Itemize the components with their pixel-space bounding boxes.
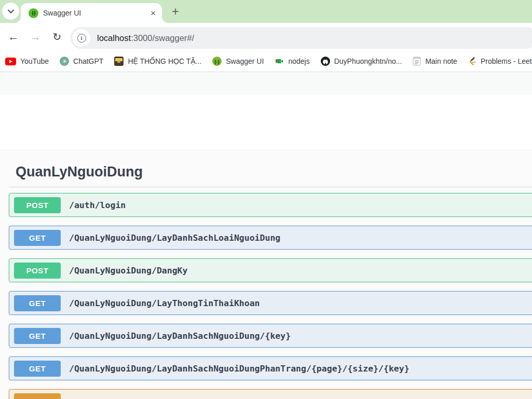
- bookmark-label: Main note: [425, 57, 457, 65]
- endpoint-row[interactable]: GET /QuanLyNguoiDung/LayDanhSachNguoiDun…: [9, 356, 532, 380]
- swagger-icon: {-}: [212, 57, 222, 66]
- endpoint-path: /QuanLyNguoiDung/LayThongTinThaiKhoan: [69, 298, 260, 308]
- url-text: localhost:3000/swagger#/: [97, 33, 194, 43]
- tab-corner: [15, 17, 21, 23]
- bookmark-main-note[interactable]: Main note: [413, 57, 457, 66]
- bookmark-learning-site[interactable]: HỆ THỐNG HỌC TẬ...: [114, 57, 201, 66]
- method-badge: GET: [14, 295, 61, 311]
- chevron-down-icon: [8, 9, 14, 13]
- endpoint-path: /auth/login: [69, 200, 126, 210]
- leetcode-icon: [468, 57, 476, 66]
- svg-text:{-}: {-}: [214, 59, 220, 64]
- bookmark-label: nodejs: [288, 57, 309, 65]
- endpoint-list: POST /auth/login GET /QuanLyNguoiDung/La…: [9, 193, 532, 399]
- bookmarks-bar: YouTube ✳ ChatGPT HỆ THỐNG HỌC TẬ... {-}…: [0, 51, 532, 72]
- reload-button[interactable]: ↻: [48, 23, 66, 51]
- tab-title: Swagger UI: [43, 9, 151, 17]
- method-badge: POST: [14, 263, 61, 279]
- endpoint-row[interactable]: GET /QuanLyNguoiDung/LayDanhSachNguoiDun…: [9, 324, 532, 348]
- bookmark-label: HỆ THỐNG HỌC TẬ...: [128, 57, 201, 65]
- swagger-favicon-icon: (-): [29, 8, 38, 18]
- section-title: QuanLyNguoiDung: [16, 164, 532, 180]
- bookmark-label: YouTube: [20, 57, 49, 65]
- browser-tab-swagger-ui[interactable]: (-) Swagger UI ×: [21, 3, 162, 23]
- endpoint-path: /QuanLyNguoiDung/LayDanhSachLoaiNguoiDun…: [69, 233, 280, 243]
- bookmark-swagger-ui[interactable]: {-} Swagger UI: [212, 57, 264, 66]
- endpoint-path: /QuanLyNguoiDung/LayDanhSachNguoiDung/{k…: [69, 331, 291, 341]
- tab-strip: (-) Swagger UI × +: [0, 0, 532, 23]
- bookmark-youtube[interactable]: YouTube: [5, 57, 49, 65]
- address-bar[interactable]: i localhost:3000/swagger#/: [70, 27, 532, 49]
- method-badge: POST: [14, 197, 61, 213]
- google-meet-icon: [275, 57, 284, 66]
- learning-site-icon: [114, 57, 124, 66]
- url-path: :3000/swagger#/: [131, 33, 194, 43]
- browser-toolbar: ← → ↻ i localhost:3000/swagger#/: [0, 23, 532, 51]
- endpoint-path: /QuanLyNguoiDung/LayDanhSachNguoiDungPha…: [69, 364, 410, 374]
- info-icon: i: [77, 34, 86, 43]
- endpoint-row[interactable]: [9, 389, 532, 399]
- forward-button[interactable]: →: [26, 23, 45, 51]
- svg-text:✳: ✳: [62, 58, 66, 64]
- endpoint-row[interactable]: GET /QuanLyNguoiDung/LayDanhSachLoaiNguo…: [9, 226, 532, 250]
- endpoint-row[interactable]: POST /auth/login: [9, 193, 532, 217]
- chatgpt-icon: ✳: [60, 57, 69, 66]
- method-badge: GET: [14, 328, 61, 344]
- endpoint-path: /QuanLyNguoiDung/DangKy: [69, 266, 187, 276]
- section-divider: [9, 187, 532, 187]
- tab-corner: [162, 17, 168, 23]
- bookmark-label: DuyPhuongkhtn/no...: [334, 57, 402, 65]
- youtube-icon: [5, 58, 16, 65]
- github-icon: [321, 57, 330, 66]
- note-icon: [413, 57, 421, 66]
- page-top-band: [0, 72, 532, 95]
- url-host: localhost: [97, 33, 131, 43]
- bookmark-github-repo[interactable]: DuyPhuongkhtn/no...: [321, 57, 402, 66]
- bookmark-nodejs[interactable]: nodejs: [275, 57, 309, 66]
- method-badge: GET: [14, 361, 61, 377]
- endpoint-row[interactable]: GET /QuanLyNguoiDung/LayThongTinThaiKhoa…: [9, 291, 532, 315]
- back-button[interactable]: ←: [4, 23, 23, 51]
- endpoint-row[interactable]: POST /QuanLyNguoiDung/DangKy: [9, 258, 532, 282]
- bookmark-leetcode[interactable]: Problems - Leet: [468, 57, 532, 66]
- site-info-button[interactable]: i: [73, 29, 90, 47]
- new-tab-button[interactable]: +: [168, 4, 183, 19]
- tab-close-icon[interactable]: ×: [151, 9, 156, 18]
- swagger-section: QuanLyNguoiDung POST /auth/login GET /Qu…: [0, 150, 532, 399]
- bookmark-label: Swagger UI: [226, 57, 264, 65]
- method-badge: GET: [14, 230, 61, 246]
- bookmark-chatgpt[interactable]: ✳ ChatGPT: [60, 57, 103, 66]
- bookmark-label: Problems - Leet: [481, 57, 532, 65]
- method-badge: [14, 393, 61, 399]
- bookmark-label: ChatGPT: [73, 57, 103, 65]
